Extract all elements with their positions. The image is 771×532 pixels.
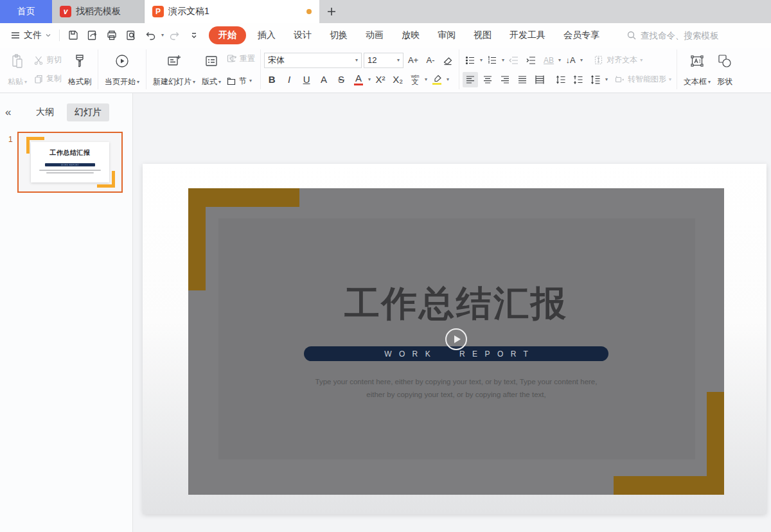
align-center-button[interactable] [480,72,495,87]
font-name-combobox[interactable]: 宋体 ▾ [264,53,362,68]
save-icon [67,29,80,42]
new-tab-button[interactable] [319,0,344,23]
clear-format-button[interactable] [440,53,456,68]
increase-indent-button[interactable] [524,53,539,68]
highlight-button[interactable] [429,72,445,87]
italic-button[interactable]: I [281,72,297,87]
slide-thumbnail-1[interactable]: 工作总结汇报 WORK REPORT [17,132,123,193]
subscript-button[interactable]: X₂ [390,72,405,87]
tab-docer-templates[interactable]: v 找稻壳模板 [52,0,145,23]
highlight-dropdown-arrow-icon[interactable]: ▾ [447,77,449,82]
font-size-value: 12 [368,55,394,65]
shapes-button[interactable]: 形状 [714,49,736,89]
slides-group: 新建幻灯片▾ 版式▾ 重置 节 ▾ [146,49,261,89]
ribbon-tab-home[interactable]: 开始 [209,26,246,44]
redo-button[interactable] [166,27,183,44]
copy-button[interactable]: 复制 [31,71,64,87]
text-direction-dropdown-arrow-icon[interactable]: ▾ [558,58,561,63]
font-color-glyph: A [355,73,362,83]
thumb-body-line [46,172,94,173]
line-height-button[interactable] [588,72,603,87]
phonetic-guide-button[interactable]: wén 文 [407,72,423,87]
file-menu-button[interactable]: 文件 [8,30,54,41]
line-height-dropdown-arrow-icon[interactable]: ▾ [605,77,608,82]
indent-icon [526,55,537,66]
reset-slide-button[interactable]: 重置 [224,51,257,66]
undo-dropdown-arrow-icon[interactable]: ▾ [161,33,164,38]
undo-button[interactable] [142,27,159,44]
decrease-indent-button[interactable] [506,53,522,68]
play-from-current-button[interactable]: 当页开始▾ [102,49,143,89]
tab-outline[interactable]: 大纲 [28,103,62,121]
section-button[interactable]: 节 ▾ [224,73,257,89]
shrink-font-button[interactable]: A- [423,53,438,68]
phonetic-dropdown-arrow-icon[interactable]: ▾ [425,77,427,82]
line-spacing-button[interactable] [553,72,569,87]
export-pdf-button[interactable] [84,27,101,44]
convert-smart-graphic-button[interactable]: 转智能图形 ▾ [612,72,673,87]
cut-button[interactable]: 剪切 [31,53,64,68]
ribbon-tab-slideshow[interactable]: 放映 [393,26,429,44]
slide-page[interactable]: 工作总结汇报 WORK REPORT Type your content her… [143,164,767,514]
search-input[interactable] [641,31,759,40]
outdent-icon [508,55,520,66]
video-preview-overlay[interactable]: 工作总结汇报 WORK REPORT Type your content her… [188,188,724,495]
text-orientation-button[interactable]: ↓A [563,53,578,68]
layout-button[interactable]: 版式▾ [199,49,224,89]
text-direction-button[interactable]: AB [541,53,556,68]
underline-button[interactable]: U [299,72,314,87]
numbering-button[interactable] [484,53,500,68]
ribbon-tab-membership[interactable]: 会员专享 [554,26,608,44]
corner-bracket-bottom-right [614,476,724,495]
save-button[interactable] [65,27,82,44]
collapse-chevron-icon [190,31,199,40]
dropdown-arrow-icon: ▾ [708,80,711,85]
window-tab-bar: 首页 v 找稻壳模板 P 演示文稿1 [0,0,771,23]
bullets-button[interactable] [463,53,478,68]
print-button[interactable] [103,27,120,44]
character-border-button[interactable]: A [316,72,332,87]
font-color-dropdown-arrow-icon[interactable]: ▾ [368,77,371,82]
distribute-button[interactable] [532,72,547,87]
bold-button[interactable]: B [264,72,279,87]
wpp-file-icon: P [152,6,164,17]
format-painter-button[interactable]: 格式刷 [65,49,94,89]
justify-button[interactable] [515,72,530,87]
ribbon-tab-animation[interactable]: 动画 [357,26,393,44]
ribbon-tab-view[interactable]: 视图 [465,26,501,44]
paragraph-spacing-button[interactable] [571,72,586,87]
ribbon-tab-transition[interactable]: 切换 [321,26,357,44]
home-tab-button[interactable]: 首页 [0,0,52,23]
quick-access-toolbar: ▾ [65,27,202,44]
textbox-button[interactable]: 文本框▾ [680,49,714,89]
paste-button[interactable]: 粘贴▾ [4,49,30,89]
numbering-dropdown-arrow-icon[interactable]: ▾ [502,58,504,63]
print-preview-button[interactable] [123,27,139,44]
grow-font-button[interactable]: A+ [405,53,421,68]
bullets-dropdown-arrow-icon[interactable]: ▾ [480,58,483,63]
reset-label: 重置 [240,53,255,64]
align-left-icon [465,74,476,85]
line-spacing-icon [555,74,567,85]
dropdown-arrow-icon: ▾ [355,58,358,63]
ribbon-tab-insert[interactable]: 插入 [249,26,285,44]
align-left-button[interactable] [463,72,478,87]
smart-graphic-icon [614,74,625,85]
collapse-panel-button[interactable]: « [5,106,19,119]
highlighter-icon [432,75,442,82]
video-play-button[interactable] [445,328,467,350]
ribbon-tab-design[interactable]: 设计 [285,26,321,44]
superscript-button[interactable]: X² [373,72,388,87]
tab-slides[interactable]: 幻灯片 [67,103,109,121]
strikethrough-button[interactable]: S [333,72,349,87]
font-color-button[interactable]: A [351,72,366,87]
text-orientation-dropdown-arrow-icon[interactable]: ▾ [580,58,583,63]
align-text-button[interactable]: 对齐文本 ▾ [591,53,644,68]
new-slide-button[interactable]: 新建幻灯片▾ [150,49,199,89]
align-right-button[interactable] [497,72,513,87]
ribbon-tab-developer[interactable]: 开发工具 [501,26,554,44]
tab-presentation-document[interactable]: P 演示文稿1 [145,0,319,23]
font-size-combobox[interactable]: 12 ▾ [364,53,403,68]
customize-toolbar-button[interactable] [186,27,202,44]
ribbon-tab-review[interactable]: 审阅 [429,26,465,44]
